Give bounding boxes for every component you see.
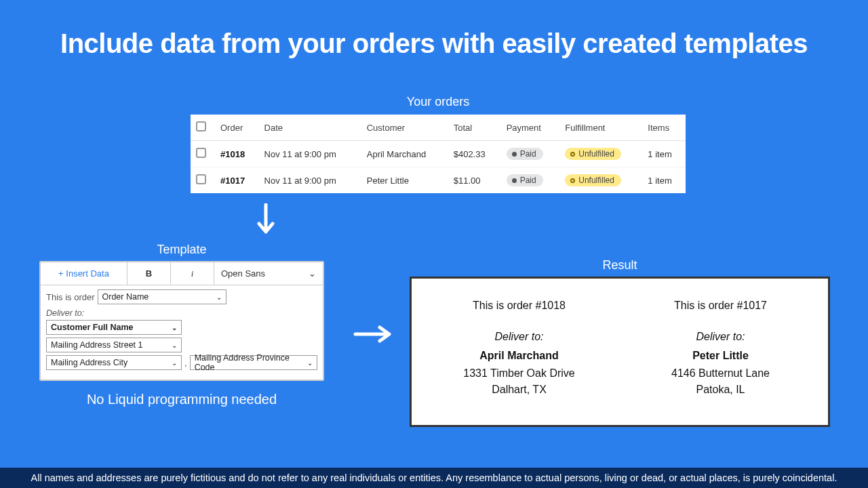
select-all-checkbox[interactable] — [196, 121, 206, 131]
col-items: Items — [642, 115, 686, 141]
disclaimer-footer: All names and addresses are purely ficti… — [0, 468, 868, 488]
result-name: April Marchand — [425, 348, 613, 364]
col-total: Total — [448, 115, 501, 141]
col-order: Order — [215, 115, 259, 141]
order-name-select[interactable]: Order Name⌄ — [98, 289, 226, 304]
order-total: $402.33 — [448, 141, 501, 167]
payment-badge: Paid — [507, 148, 543, 160]
template-text: This is order — [46, 292, 95, 302]
result-title: This is order #1017 — [627, 298, 814, 314]
order-id[interactable]: #1018 — [220, 149, 245, 159]
orders-section-label: Your orders — [191, 95, 686, 109]
col-customer: Customer — [361, 115, 448, 141]
result-panel: This is order #1018 Deliver to: April Ma… — [410, 277, 830, 427]
result-title: This is order #1018 — [425, 298, 613, 314]
row-checkbox[interactable] — [196, 148, 206, 158]
col-date: Date — [259, 115, 361, 141]
insert-data-button[interactable]: + Insert Data — [41, 262, 127, 285]
orders-table: Order Date Customer Total Payment Fulfil… — [191, 115, 686, 193]
fulfillment-badge: Unfulfilled — [565, 148, 621, 160]
chevron-down-icon: ⌄ — [172, 324, 177, 331]
result-card: This is order #1018 Deliver to: April Ma… — [425, 298, 613, 398]
dot-icon — [512, 152, 517, 157]
template-body[interactable]: This is order Order Name⌄ Deliver to: Cu… — [41, 285, 323, 380]
arrow-down-icon — [256, 203, 275, 240]
result-section: Result This is order #1018 Deliver to: A… — [410, 258, 830, 427]
col-fulfillment: Fulfillment — [559, 115, 642, 141]
result-citystate: Patoka, IL — [627, 382, 814, 398]
row-checkbox[interactable] — [196, 174, 206, 184]
order-items: 1 item — [642, 167, 686, 194]
chevron-down-icon: ⌄ — [172, 342, 177, 349]
result-section-label: Result — [410, 258, 830, 272]
deliver-to-label: Deliver to: — [46, 308, 317, 318]
result-deliver-label: Deliver to: — [627, 329, 814, 345]
chevron-down-icon: ⌄ — [216, 293, 222, 301]
order-date: Nov 11 at 9:00 pm — [259, 141, 361, 167]
chevron-down-icon: ⌄ — [307, 359, 313, 367]
result-street: 4146 Butternut Lane — [627, 365, 814, 382]
city-select[interactable]: Mailing Address City⌄ — [46, 355, 182, 370]
bold-button[interactable]: B — [127, 262, 171, 285]
italic-button[interactable]: i — [171, 262, 214, 285]
chevron-down-icon: ⌄ — [172, 359, 177, 367]
fulfillment-badge: Unfulfilled — [565, 174, 621, 186]
result-name: Peter Little — [627, 348, 814, 364]
page-headline: Include data from your orders with easil… — [0, 0, 868, 59]
order-customer: April Marchand — [361, 141, 448, 167]
street-select[interactable]: Mailing Address Street 1⌄ — [46, 338, 182, 352]
col-payment: Payment — [501, 115, 560, 141]
template-comma: , — [184, 358, 187, 368]
arrow-right-icon — [353, 324, 396, 347]
template-toolbar: + Insert Data B i Open Sans ⌄ — [41, 262, 323, 285]
orders-section: Your orders Order Date Customer Total Pa… — [191, 95, 686, 193]
order-customer: Peter Little — [361, 167, 448, 194]
payment-badge: Paid — [507, 174, 543, 186]
province-select[interactable]: Mailing Address Province Code⌄ — [190, 355, 317, 370]
font-select[interactable]: Open Sans ⌄ — [214, 262, 323, 285]
order-total: $11.00 — [448, 167, 501, 194]
template-section: Template + Insert Data B i Open Sans ⌄ T… — [39, 243, 324, 407]
circle-icon — [570, 178, 575, 183]
template-note: No Liquid programming needed — [39, 392, 324, 407]
result-street: 1331 Timber Oak Drive — [425, 365, 613, 382]
result-deliver-label: Deliver to: — [425, 329, 613, 345]
result-card: This is order #1017 Deliver to: Peter Li… — [627, 298, 814, 398]
table-row[interactable]: #1017 Nov 11 at 9:00 pm Peter Little $11… — [191, 167, 686, 194]
order-id[interactable]: #1017 — [220, 176, 245, 186]
order-items: 1 item — [642, 141, 686, 167]
circle-icon — [570, 152, 575, 157]
chevron-down-icon: ⌄ — [309, 268, 316, 279]
result-citystate: Dalhart, TX — [425, 382, 613, 398]
dot-icon — [512, 178, 517, 183]
template-panel: + Insert Data B i Open Sans ⌄ This is or… — [39, 261, 324, 381]
customer-name-select[interactable]: Customer Full Name⌄ — [46, 320, 182, 335]
template-section-label: Template — [39, 243, 324, 257]
table-row[interactable]: #1018 Nov 11 at 9:00 pm April Marchand $… — [191, 141, 686, 167]
order-date: Nov 11 at 9:00 pm — [259, 167, 361, 194]
